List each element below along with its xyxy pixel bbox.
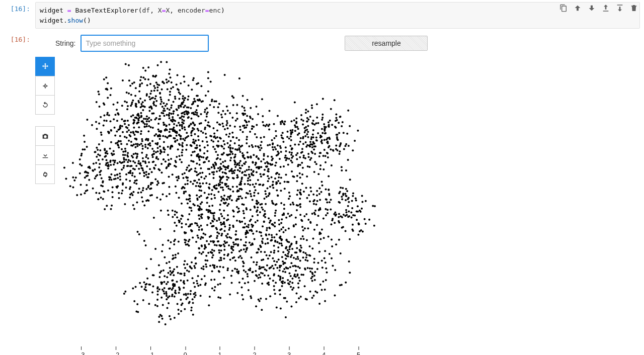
output-cell: [16]: String: resample: [0, 31, 644, 355]
x-tick: 0: [184, 351, 187, 355]
scatter-plot[interactable]: –3–2–1012345: [59, 57, 381, 355]
duplicate-icon[interactable]: [559, 4, 568, 13]
insert-above-icon[interactable]: [601, 4, 610, 13]
x-tick: 5: [357, 351, 360, 355]
output-prompt: [16]:: [0, 33, 30, 43]
move-up-icon[interactable]: [573, 4, 582, 13]
output-area: String: resample: [35, 33, 640, 355]
snapshot-button[interactable]: [35, 126, 55, 146]
input-prompt: [16]:: [0, 2, 30, 13]
x-tick: –3: [77, 351, 85, 355]
x-tick: 2: [253, 351, 256, 355]
save-button[interactable]: [35, 145, 55, 165]
move-down-icon[interactable]: [587, 4, 596, 13]
reset-button[interactable]: [35, 95, 55, 115]
x-tick: 1: [218, 351, 222, 355]
insert-below-icon[interactable]: [615, 4, 624, 13]
x-tick: –2: [112, 351, 119, 355]
pan-tool-button[interactable]: [35, 57, 55, 76]
plot-toolbar: [35, 57, 55, 184]
x-tick: –1: [147, 351, 154, 355]
code-line-1: widget = BaseTextExplorer(df, X=X, encod…: [40, 6, 635, 16]
x-tick: 3: [287, 351, 291, 355]
cell-toolbar: [559, 4, 638, 13]
code-line-2: widget.show(): [40, 16, 635, 26]
widget-controls: String: resample: [55, 35, 640, 52]
resample-button[interactable]: resample: [345, 36, 428, 51]
string-input[interactable]: [80, 35, 209, 52]
refresh-button[interactable]: [35, 164, 55, 184]
x-tick: 4: [322, 351, 326, 355]
delete-icon[interactable]: [629, 4, 638, 13]
code-input-area[interactable]: widget = BaseTextExplorer(df, X=X, encod…: [35, 2, 640, 29]
svg-point-0: [44, 85, 46, 87]
x-axis-ticks: –3–2–1012345: [59, 343, 381, 355]
scatter-canvas[interactable]: [59, 57, 381, 343]
string-input-label: String:: [55, 39, 75, 47]
input-cell: [16]: widget = BaseTextExplorer(df, X=X,…: [0, 0, 644, 31]
plot-wrap: –3–2–1012345: [35, 57, 640, 355]
box-zoom-button[interactable]: [35, 76, 55, 96]
